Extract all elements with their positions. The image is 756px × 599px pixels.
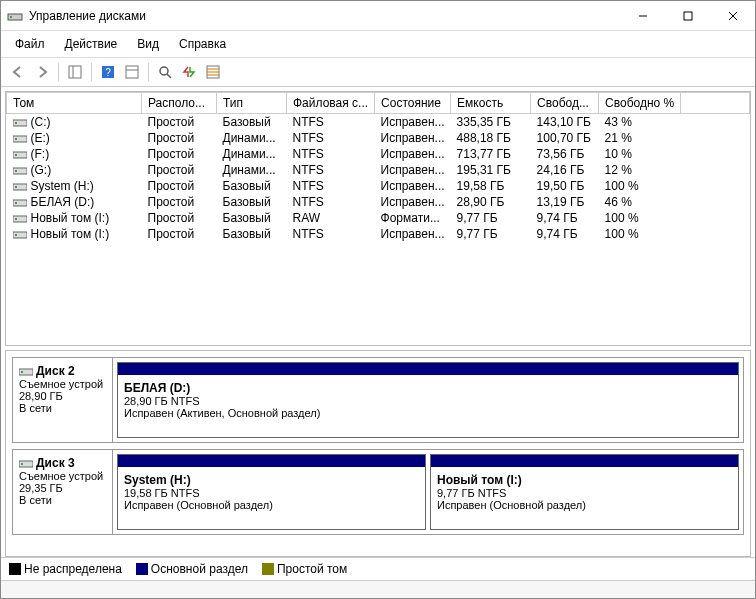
col-status[interactable]: Состояние [375, 93, 451, 114]
col-volume[interactable]: Том [7, 93, 142, 114]
cell-layout: Простой [142, 162, 217, 178]
legend-unallocated-label: Не распределена [24, 562, 122, 576]
cell-volume: (E:) [7, 130, 142, 146]
disk-name: Диск 3 [36, 456, 75, 470]
col-free[interactable]: Свобод... [531, 93, 599, 114]
cell-capacity: 28,90 ГБ [451, 194, 531, 210]
cell-fs: NTFS [287, 130, 375, 146]
cell-status: Исправен... [375, 130, 451, 146]
svg-rect-21 [15, 138, 17, 140]
disk-state: В сети [19, 494, 52, 506]
col-capacity[interactable]: Емкость [451, 93, 531, 114]
table-row[interactable]: Новый том (I:)ПростойБазовыйRAWФормати..… [7, 210, 750, 226]
svg-point-12 [160, 67, 168, 75]
volume-list-pane[interactable]: Том Располо... Тип Файловая с... Состоян… [5, 91, 751, 346]
svg-rect-23 [15, 154, 17, 156]
svg-rect-3 [684, 12, 692, 20]
toolbar-separator [148, 63, 149, 81]
cell-free: 24,16 ГБ [531, 162, 599, 178]
partition-title: System (H:) [124, 473, 191, 487]
cell-layout: Простой [142, 114, 217, 131]
table-row[interactable]: Новый том (I:)ПростойБазовыйNTFSИсправен… [7, 226, 750, 242]
cell-status: Исправен... [375, 226, 451, 242]
cell-free: 100,70 ГБ [531, 130, 599, 146]
disk-size: 29,35 ГБ [19, 482, 63, 494]
legend: Не распределена Основной раздел Простой … [1, 557, 755, 580]
partition-status: Исправен (Основной раздел) [437, 499, 586, 511]
cell-freepct: 46 % [599, 194, 681, 210]
back-button[interactable] [7, 61, 29, 83]
cell-fs: NTFS [287, 178, 375, 194]
partition-size: 28,90 ГБ NTFS [124, 395, 200, 407]
partition-size: 19,58 ГБ NTFS [124, 487, 200, 499]
cell-freepct: 43 % [599, 114, 681, 131]
refresh-button[interactable] [154, 61, 176, 83]
minimize-button[interactable] [620, 1, 665, 31]
partition-header-stripe [118, 455, 425, 467]
cell-status: Исправен... [375, 162, 451, 178]
close-button[interactable] [710, 1, 755, 31]
partition[interactable]: БЕЛАЯ (D:) 28,90 ГБ NTFS Исправен (Актив… [117, 362, 739, 438]
svg-rect-19 [15, 122, 17, 124]
cell-type: Базовый [217, 226, 287, 242]
cell-capacity: 9,77 ГБ [451, 226, 531, 242]
table-row[interactable]: System (H:)ПростойБазовыйNTFSИсправен...… [7, 178, 750, 194]
partition-size: 9,77 ГБ NTFS [437, 487, 506, 499]
cell-volume: (F:) [7, 146, 142, 162]
table-row[interactable]: БЕЛАЯ (D:)ПростойБазовыйNTFSИсправен...2… [7, 194, 750, 210]
list-view-button[interactable] [202, 61, 224, 83]
cell-capacity: 488,18 ГБ [451, 130, 531, 146]
unallocated-swatch [9, 563, 21, 575]
rescan-button[interactable] [178, 61, 200, 83]
col-type[interactable]: Тип [217, 93, 287, 114]
menu-file[interactable]: Файл [7, 35, 53, 53]
help-button[interactable]: ? [97, 61, 119, 83]
settings-button[interactable] [121, 61, 143, 83]
legend-simple: Простой том [262, 562, 347, 576]
disk-kind: Съемное устрой [19, 378, 103, 390]
disk-partitions: БЕЛАЯ (D:) 28,90 ГБ NTFS Исправен (Актив… [113, 358, 743, 442]
disk-graphical-pane[interactable]: Диск 2 Съемное устрой 28,90 ГБ В сети БЕ… [5, 350, 751, 557]
cell-status: Формати... [375, 210, 451, 226]
col-fs[interactable]: Файловая с... [287, 93, 375, 114]
cell-volume: (G:) [7, 162, 142, 178]
table-row[interactable]: (F:)ПростойДинами...NTFSИсправен...713,7… [7, 146, 750, 162]
window-title: Управление дисками [29, 9, 620, 23]
menu-help[interactable]: Справка [171, 35, 234, 53]
svg-rect-37 [21, 463, 23, 465]
svg-rect-35 [21, 371, 23, 373]
disk-label-panel[interactable]: Диск 3 Съемное устрой 29,35 ГБ В сети [13, 450, 113, 534]
cell-type: Базовый [217, 114, 287, 131]
cell-layout: Простой [142, 178, 217, 194]
partition-body: Новый том (I:) 9,77 ГБ NTFS Исправен (Ос… [431, 467, 738, 529]
show-hide-console-tree-button[interactable] [64, 61, 86, 83]
primary-swatch [136, 563, 148, 575]
cell-volume: System (H:) [7, 178, 142, 194]
table-row[interactable]: (G:)ПростойДинами...NTFSИсправен...195,3… [7, 162, 750, 178]
toolbar-separator [58, 63, 59, 81]
disk-state: В сети [19, 402, 52, 414]
forward-button[interactable] [31, 61, 53, 83]
table-row[interactable]: (C:)ПростойБазовыйNTFSИсправен...335,35 … [7, 114, 750, 131]
partition[interactable]: Новый том (I:) 9,77 ГБ NTFS Исправен (Ос… [430, 454, 739, 530]
table-row[interactable]: (E:)ПростойДинами...NTFSИсправен...488,1… [7, 130, 750, 146]
col-freepct[interactable]: Свободно % [599, 93, 681, 114]
cell-free: 9,74 ГБ [531, 210, 599, 226]
menu-view[interactable]: Вид [129, 35, 167, 53]
volume-table[interactable]: Том Располо... Тип Файловая с... Состоян… [6, 92, 750, 242]
disk-block[interactable]: Диск 2 Съемное устрой 28,90 ГБ В сети БЕ… [12, 357, 744, 443]
cell-layout: Простой [142, 194, 217, 210]
cell-fs: NTFS [287, 226, 375, 242]
partition[interactable]: System (H:) 19,58 ГБ NTFS Исправен (Осно… [117, 454, 426, 530]
maximize-button[interactable] [665, 1, 710, 31]
cell-capacity: 195,31 ГБ [451, 162, 531, 178]
partition-body: БЕЛАЯ (D:) 28,90 ГБ NTFS Исправен (Актив… [118, 375, 738, 437]
disk-label-panel[interactable]: Диск 2 Съемное устрой 28,90 ГБ В сети [13, 358, 113, 442]
col-layout[interactable]: Располо... [142, 93, 217, 114]
cell-fs: NTFS [287, 194, 375, 210]
cell-status: Исправен... [375, 194, 451, 210]
disk-block[interactable]: Диск 3 Съемное устрой 29,35 ГБ В сети Sy… [12, 449, 744, 535]
cell-layout: Простой [142, 130, 217, 146]
menu-action[interactable]: Действие [57, 35, 126, 53]
legend-primary-label: Основной раздел [151, 562, 248, 576]
